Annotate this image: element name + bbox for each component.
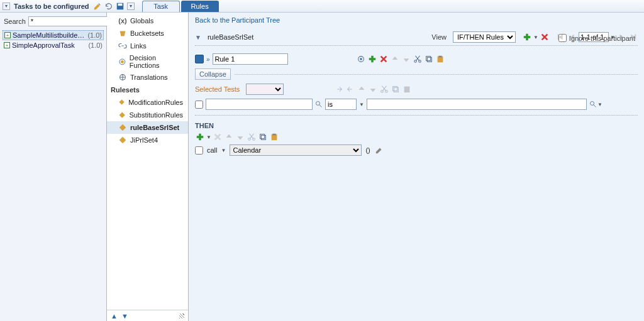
rule-delete-icon[interactable]: [379, 54, 389, 64]
toolbar-menu-button[interactable]: ▾: [127, 3, 135, 10]
nav-label: ruleBaseSrlSet: [130, 124, 179, 131]
panel-title: Tasks to be configured: [13, 3, 91, 10]
expand-icon[interactable]: +: [4, 32, 11, 38]
selected-tests-select[interactable]: [246, 84, 284, 95]
ruleset-name: ruleBaseSrlSet: [208, 33, 253, 41]
nav-ruleset[interactable]: ModificationRules: [107, 96, 188, 109]
svg-point-2: [121, 60, 124, 63]
svg-rect-27: [404, 87, 410, 93]
svg-rect-16: [369, 58, 375, 60]
tab-rules[interactable]: Rules: [181, 1, 219, 12]
svg-rect-26: [394, 87, 399, 92]
add-button[interactable]: [522, 32, 532, 42]
tests-up-icon: [357, 84, 367, 94]
rule-name-input[interactable]: [213, 53, 288, 65]
nav-label: SubstitutionRules: [129, 111, 183, 119]
then-down-icon: [235, 132, 245, 142]
then-copy-icon[interactable]: [258, 132, 268, 142]
nav-globals[interactable]: (x)Globals: [107, 14, 188, 27]
top-toolbar: ▾ Tasks to be configured ▾ Task Rules: [0, 0, 644, 13]
view-label: View: [431, 33, 447, 41]
nav-down-icon[interactable]: ▼: [121, 312, 128, 320]
tests-paste-icon: [402, 84, 412, 94]
action-verb-dropdown[interactable]: ▼: [221, 148, 226, 153]
collapse-panel-button[interactable]: ▾: [3, 3, 10, 10]
delete-button[interactable]: [540, 32, 550, 42]
rule-paste-icon[interactable]: [435, 54, 445, 64]
back-link[interactable]: Back to the Participant Tree: [195, 16, 280, 24]
svg-rect-20: [427, 57, 431, 62]
then-up-icon: [224, 132, 234, 142]
view-select[interactable]: IF/THEN Rules: [453, 31, 516, 43]
svg-marker-7: [119, 124, 126, 131]
task-list: + SampleMultilistbuildersTask (1.0) + Si…: [3, 30, 104, 50]
selected-tests-label: Selected Tests: [195, 85, 240, 93]
action-target-select[interactable]: Calendar: [230, 144, 362, 156]
navigator-panel: (x)Globals Bucketsets Links Decision Fun…: [107, 13, 189, 321]
rule-add-icon[interactable]: [367, 54, 377, 64]
task-row[interactable]: + SampleMultilistbuildersTask (1.0): [3, 30, 104, 40]
action-checkbox[interactable]: [195, 146, 203, 155]
tests-indent-icon: [334, 84, 344, 94]
action-edit-icon[interactable]: [374, 145, 384, 155]
bucket-icon: [118, 29, 127, 38]
then-add-dropdown[interactable]: ▼: [206, 132, 211, 142]
paren-label: (): [365, 146, 370, 154]
rule-settings-icon[interactable]: [356, 54, 366, 64]
svg-rect-19: [426, 57, 430, 61]
main-tabs: Task Rules: [142, 1, 220, 12]
resize-grip[interactable]: [179, 313, 184, 318]
nav-ruleset[interactable]: JiPrlSet4: [107, 134, 188, 146]
nav-links[interactable]: Links: [107, 40, 188, 52]
rhs-picker-icon[interactable]: ▼: [589, 101, 602, 108]
svg-rect-11: [558, 35, 559, 40]
search-input[interactable]: [28, 16, 120, 26]
nav-up-icon[interactable]: ▲: [111, 312, 118, 320]
svg-rect-1: [118, 3, 122, 6]
condition-operator-input[interactable]: [325, 99, 357, 110]
svg-rect-34: [260, 134, 265, 139]
add-dropdown[interactable]: ▼: [533, 32, 538, 42]
tasks-panel: Search ▶ + SampleMultilistbuildersTask (…: [0, 13, 107, 321]
nav-translations[interactable]: Translations: [107, 71, 188, 84]
condition-lhs-input[interactable]: [206, 99, 313, 110]
task-row[interactable]: + SimpleApprovalTask (1.0): [3, 41, 104, 50]
search-row: Search ▶: [3, 15, 104, 28]
edit-icon[interactable]: [93, 2, 102, 11]
nav-ruleset[interactable]: ruleBaseSrlSet: [107, 121, 188, 134]
save-icon[interactable]: [116, 2, 125, 11]
nav-label: Decision Functions: [130, 54, 183, 69]
gear-icon: [118, 57, 126, 66]
condition-checkbox[interactable]: [195, 101, 203, 109]
task-name: SampleMultilistbuildersTask: [13, 31, 86, 39]
ruleset-collapse-toggle[interactable]: ▼: [195, 34, 201, 41]
rule-toggle[interactable]: [195, 55, 204, 63]
nav-ruleset[interactable]: SubstitutionRules: [107, 109, 188, 121]
rule-cut-icon[interactable]: [413, 54, 423, 64]
then-add-icon[interactable]: [195, 132, 205, 142]
svg-point-29: [590, 102, 594, 106]
collapse-button[interactable]: Collapse: [195, 68, 231, 80]
tab-task[interactable]: Task: [142, 1, 180, 12]
rule-copy-icon[interactable]: [424, 54, 434, 64]
then-label: THEN: [195, 122, 214, 129]
condition-rhs-input[interactable]: [367, 99, 587, 110]
task-version: (1.0): [87, 31, 102, 39]
nav-label: JiPrlSet4: [130, 136, 158, 144]
task-version: (1.0): [88, 41, 103, 49]
operator-dropdown[interactable]: ▼: [359, 102, 364, 107]
svg-rect-35: [261, 135, 265, 139]
svg-marker-5: [119, 100, 124, 105]
lhs-picker-icon[interactable]: [315, 101, 323, 108]
rule-collapse-toggle[interactable]: »: [206, 56, 210, 63]
nav-decision-functions[interactable]: Decision Functions: [107, 52, 188, 71]
nav-bucketsets[interactable]: Bucketsets: [107, 27, 188, 40]
refresh-icon[interactable]: [104, 2, 113, 11]
content-panel: Back to the Participant Tree Ignore this…: [189, 13, 644, 321]
action-verb[interactable]: call: [207, 146, 218, 154]
expand-icon[interactable]: +: [4, 42, 10, 48]
then-paste-icon[interactable]: [269, 132, 279, 142]
ruleset-icon: [118, 98, 125, 107]
tests-cut-icon: [379, 84, 389, 94]
condition-row: ▼ ▼: [195, 99, 638, 110]
